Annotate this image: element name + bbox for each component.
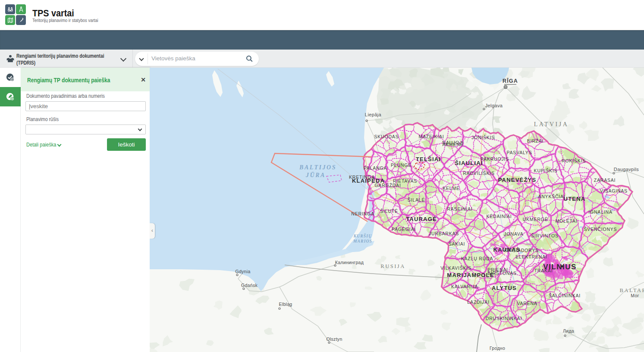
svg-text:Лида: Лида [563,328,574,333]
svg-text:IGNALINA: IGNALINA [588,209,612,215]
svg-text:ROKIŠKIS: ROKIŠKIS [562,158,586,163]
svg-text:RADVILIŠKIS: RADVILIŠKIS [463,171,495,176]
svg-text:MAŽEIKIAI: MAŽEIKIAI [418,134,444,139]
svg-text:Мог: Мог [631,293,639,298]
svg-text:BALTIJOS: BALTIJOS [299,164,336,171]
svg-text:ŠAKIAI: ŠAKIAI [449,241,465,246]
svg-text:PLUNGĖ: PLUNGĖ [391,162,412,168]
svg-text:VISAGINAS: VISAGINAS [600,188,628,193]
svg-text:ŠILALĖ: ŠILALĖ [408,197,425,202]
svg-text:VARĖNA: VARĖNA [517,301,537,306]
svg-text:LAZDIJAI: LAZDIJAI [467,299,489,305]
svg-text:RIETAVAS: RIETAVAS [393,178,417,184]
svg-text:Liepāja: Liepāja [365,112,382,117]
svg-text:Elbląg: Elbląg [279,302,292,307]
svg-text:KAZLŲ RŪDA: KAZLŲ RŪDA [461,256,493,261]
svg-text:Jelgava: Jelgava [485,103,503,108]
svg-text:Gdańsk: Gdańsk [241,283,258,288]
svg-text:TRAKAI: TRAKAI [534,268,553,273]
svg-text:KURŠIŲ: KURŠIŲ [353,233,372,238]
svg-text:ELEKTRĖNAI: ELEKTRĖNAI [515,254,547,259]
svg-text:JURBARKAS: JURBARKAS [429,231,459,236]
svg-text:PAGĖGIAI: PAGĖGIAI [392,227,416,232]
svg-text:Гродно: Гродно [490,346,505,351]
svg-text:KALVARIJA: KALVARIJA [451,284,478,289]
svg-text:Калининград: Калининград [335,260,364,265]
svg-text:PANEVĖŽYS: PANEVĖŽYS [498,177,537,183]
svg-text:LATVIJA: LATVIJA [534,121,569,128]
svg-text:JONIŠKIS: JONIŠKIS [471,135,495,140]
svg-text:MOLĖTAI: MOLĖTAI [556,218,578,224]
svg-text:ŠALČININKAI: ŠALČININKAI [549,293,581,298]
svg-text:BIRŠTONAS: BIRŠTONAS [487,271,517,276]
svg-text:TAURAGĖ: TAURAGĖ [406,216,437,222]
svg-text:NERINGA: NERINGA [351,211,374,216]
svg-text:SKUODAS: SKUODAS [374,134,399,139]
svg-text:RUSIJA: RUSIJA [380,263,405,269]
svg-text:ŠIRVINTOS: ŠIRVINTOS [531,233,558,238]
svg-text:ANYKŠČIAI: ANYKŠČIAI [538,194,565,199]
svg-text:ZARASAI: ZARASAI [594,178,616,183]
svg-text:KĖDAINIAI: KĖDAINIAI [486,214,512,219]
svg-text:ŠVENČIONYS: ŠVENČIONYS [584,227,617,232]
svg-text:DRUSKININKAI: DRUSKININKAI [486,316,522,321]
svg-text:ŠIAULIAI: ŠIAULIAI [455,160,483,166]
svg-text:BIRŽAI: BIRŽAI [527,138,544,143]
svg-text:KAIŠIADORYS: KAIŠIADORYS [504,248,539,253]
svg-text:JONAVA: JONAVA [504,231,523,237]
svg-text:KELMĖ: KELMĖ [443,186,460,191]
svg-text:AKMENĖ: AKMENĖ [442,142,463,147]
svg-text:Gdynia: Gdynia [235,269,250,274]
svg-text:RĪGA: RĪGA [503,78,518,84]
svg-text:UKMERGĖ: UKMERGĖ [523,217,548,222]
svg-text:ALYTUS: ALYTUS [492,285,517,291]
svg-text:PAKRUOJIS: PAKRUOJIS [481,156,509,162]
svg-text:RASEINIAI: RASEINIAI [447,206,472,212]
svg-text:Olsztyn: Olsztyn [326,336,342,342]
svg-text:BALTAR: BALTAR [620,287,644,293]
svg-text:ŠILUTĖ: ŠILUTĖ [380,209,398,214]
svg-text:Daugavpils: Daugavpils [614,167,639,172]
svg-text:PALANGA: PALANGA [364,165,387,171]
svg-text:UTENA: UTENA [564,196,586,202]
svg-text:PASVALYS: PASVALYS [507,150,532,155]
svg-text:TELŠIAI: TELŠIAI [416,156,441,162]
svg-text:MARIOS: MARIOS [353,239,372,243]
svg-text:KRETINGA: KRETINGA [349,174,375,180]
svg-text:VILKAVIŠKIS: VILKAVIŠKIS [440,265,471,271]
svg-text:JŪRA: JŪRA [305,172,326,178]
svg-text:KUPIŠKIS: KUPIŠKIS [534,168,558,173]
